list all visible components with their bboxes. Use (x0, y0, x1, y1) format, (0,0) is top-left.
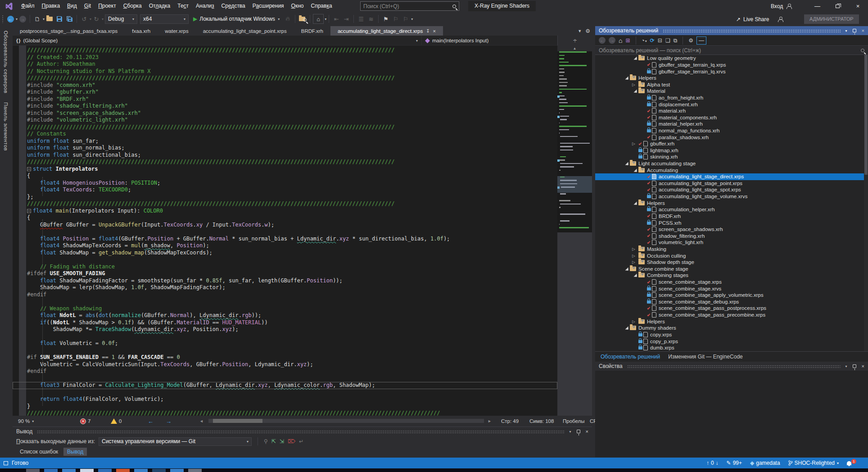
expander-closed-icon[interactable]: ▷ (632, 260, 637, 264)
panel-tab-Список ошибок[interactable]: Список ошибок (16, 448, 62, 456)
undo-button[interactable]: ↺ (80, 14, 89, 24)
code-line[interactable]: return float4(FinalColor, Volumetric); (13, 396, 557, 403)
pin-tab-icon[interactable]: ↧ (426, 28, 429, 33)
tree-item-lightmap.xrh[interactable]: lightmap.xrh (595, 147, 864, 154)
code-line[interactable]: float NdotL = abs(dot(normalize(GBuffer.… (13, 312, 557, 319)
code-line[interactable]: #include "gbuffer.xrh" (13, 89, 557, 96)
panel-drag-grip[interactable] (627, 365, 841, 368)
cursor-column-indicator[interactable]: Симв: 108 (529, 416, 554, 427)
tree-item-material.xrh[interactable]: ✔material.xrh (595, 108, 864, 114)
redo-caret[interactable]: ▾ (102, 17, 104, 21)
tree-item-accumulating_light_stage_point.xrps[interactable]: ✔accumulating_light_stage_point.xrps (595, 180, 864, 187)
code-line[interactable] (13, 389, 557, 396)
side-tab-Обозреватель серверов[interactable]: Обозреватель серверов (0, 26, 12, 98)
copy-path-icon[interactable]: ⧉ (674, 37, 678, 44)
code-line[interactable]: // Nocturning studio for NS Platform X (13, 68, 557, 75)
document-tab[interactable]: BRDF.xrh (294, 26, 330, 36)
code-line[interactable] (13, 228, 557, 236)
panel-tab-Вывод[interactable]: Вывод (63, 448, 87, 456)
save-all-button[interactable] (65, 14, 74, 24)
menu-Проект[interactable]: Проект (95, 0, 120, 12)
code-line[interactable]: #include "common.xrh" (13, 82, 557, 89)
switch-views-icon[interactable]: ⊞ (625, 37, 630, 44)
code-line[interactable]: −struct Interpolators (13, 166, 557, 173)
save-button[interactable] (55, 14, 64, 24)
side-tab-Панель элементов[interactable]: Панель элементов (0, 98, 12, 155)
code-line[interactable]: float ShadowMap = get_shadow_map(ShadowM… (13, 250, 557, 257)
tree-item-Masking[interactable]: ▷Masking (595, 246, 864, 253)
code-line[interactable]: #if SUN_SHAFTS_ENABLED == 1 && FAR_CASCA… (13, 354, 557, 361)
bookmark-caret[interactable]: ▾ (411, 17, 413, 21)
close-icon[interactable]: × (862, 363, 864, 369)
solution-platform-dropdown[interactable]: x64▾ (140, 14, 189, 24)
panel-drag-grip[interactable] (37, 430, 564, 434)
tree-item-accumulating_light_stage_volume.xrvs[interactable]: accumulating_light_stage_volume.xrvs (595, 193, 864, 200)
document-tab[interactable]: fxaa.xrh (125, 26, 158, 36)
tree-item-Helpers[interactable]: Helpers (595, 200, 864, 206)
tree-item-Dummy shaders[interactable]: Dummy shaders (595, 325, 864, 331)
tree-item-copy_p.xrps[interactable]: copy_p.xrps (595, 338, 864, 345)
document-tab[interactable]: postprocess_stage_...sing_pass_fxaa.xrps (13, 26, 125, 36)
split-editor-handle[interactable]: ÷ (557, 36, 592, 45)
code-line[interactable]: uniform float sun_normal_bias; (13, 145, 557, 152)
code-line[interactable]: // Created: 20.11.2023 (13, 54, 557, 61)
code-line[interactable] (13, 347, 557, 354)
menu-Сборка[interactable]: Сборка (120, 0, 145, 12)
live-share-button[interactable]: ↗ Live Share (736, 12, 783, 26)
menu-Расширения[interactable]: Расширения (249, 0, 288, 12)
expander-open-icon[interactable] (634, 201, 637, 204)
code-line[interactable]: ShadowMap *= TraceShadow(Ldynamic_dir.xy… (13, 326, 557, 333)
quick-search-box[interactable]: Поиск (Ctrl+Q) (360, 1, 459, 11)
navigate-forward-button[interactable]: → (18, 14, 27, 24)
tree-item-BRDF.xrh[interactable]: ✔BRDF.xrh (595, 213, 864, 220)
expander-closed-icon[interactable]: ▷ (632, 319, 637, 324)
output-source-dropdown[interactable]: Система управления версиями — Git ▾ (99, 437, 252, 446)
undo-caret[interactable]: ▾ (90, 17, 91, 21)
vertical-scrollbar[interactable] (864, 55, 868, 351)
tree-item-PCSS.xrh[interactable]: PCSS.xrh (595, 219, 864, 226)
tree-item-volumetric_light.xrh[interactable]: ✔volumetric_light.xrh (595, 239, 864, 246)
new-file-caret[interactable]: ▾ (43, 17, 45, 21)
expander-open-icon[interactable] (634, 57, 637, 60)
properties-title-bar[interactable]: Свойства ▾ × (595, 362, 868, 371)
expander-open-icon[interactable] (634, 90, 637, 93)
code-line[interactable]: uniform float sun_directional_bias; (13, 152, 557, 159)
expander-closed-icon[interactable]: ▷ (632, 82, 637, 87)
back-button[interactable]: ← (599, 37, 606, 44)
scrollbar-thumb[interactable] (864, 55, 868, 175)
window-position-caret[interactable]: ▾ (570, 430, 571, 434)
taskbar-item-3[interactable] (62, 469, 76, 472)
previous-bookmark-button[interactable]: ⚐ (391, 14, 400, 24)
editor-options-gear-icon[interactable]: ⚙ (585, 28, 590, 34)
document-tab[interactable]: accumulating_light_stage_point.xrps (196, 26, 294, 36)
tree-item-ao_from_height.xrh[interactable]: ao_from_height.xrh (595, 95, 864, 101)
comment-lines-icon[interactable]: ☰ (357, 14, 366, 24)
tree-item-scene_combine_stage_pass_precombine.xrps[interactable]: ✔scene_combine_stage_pass_precombine.xrp… (595, 312, 864, 318)
refresh-icon[interactable]: ⟳ (650, 37, 655, 44)
document-tab[interactable]: accumulating_light_stage_direct.xrps↧× (330, 26, 443, 36)
scope-dropdown[interactable]: { } (Global Scope) ▾ (13, 36, 421, 45)
active-files-dropdown-icon[interactable]: ▼ (578, 29, 582, 33)
cursor-line-indicator[interactable]: Стр: 49 (501, 416, 519, 427)
warning-count[interactable]: 0 (111, 416, 122, 427)
code-line[interactable]: float4 TexCoords: TEXCOORD0; (13, 186, 557, 194)
uncomment-lines-icon[interactable]: ≋ (366, 14, 375, 24)
code-line[interactable]: { (13, 214, 557, 222)
tree-item-scene_combine_stage_debug.xrps[interactable]: scene_combine_stage_debug.xrps (595, 299, 864, 305)
menu-Правка[interactable]: Правка (38, 0, 64, 12)
tree-item-parallax_shadows.xrh[interactable]: ✔parallax_shadows.xrh (595, 134, 864, 141)
tree-item-displacement.xrh[interactable]: displacement.xrh (595, 101, 864, 108)
menu-Средства[interactable]: Средства (218, 0, 249, 12)
tree-item-Low quality geometry[interactable]: Low quality geometry (595, 55, 864, 62)
tree-item-accumulation_helper.xrh[interactable]: accumulation_helper.xrh (595, 206, 864, 213)
code-line[interactable]: ////////////////////////////////////////… (13, 124, 557, 131)
member-dropdown[interactable]: main(Interpolators Input) (421, 36, 555, 45)
tree-item-scene_combine_stage_pass_postprocess.xrps[interactable]: ✔scene_combine_stage_pass_postprocess.xr… (595, 305, 864, 312)
tree-item-Combining stages[interactable]: Combining stages (595, 272, 864, 279)
tree-item-shadow_filtering.xrh[interactable]: ✔shadow_filtering.xrh (595, 232, 864, 239)
word-wrap-icon[interactable]: ↵ (299, 438, 303, 445)
home-caret[interactable]: ▾ (325, 17, 326, 21)
tree-item-accumulating_light_stage_direct.xrps[interactable]: ✔accumulating_light_stage_direct.xrps (595, 173, 864, 180)
code-line[interactable]: ////////////////////////////////////////… (13, 75, 557, 82)
fold-collapse-icon[interactable]: − (27, 167, 31, 171)
